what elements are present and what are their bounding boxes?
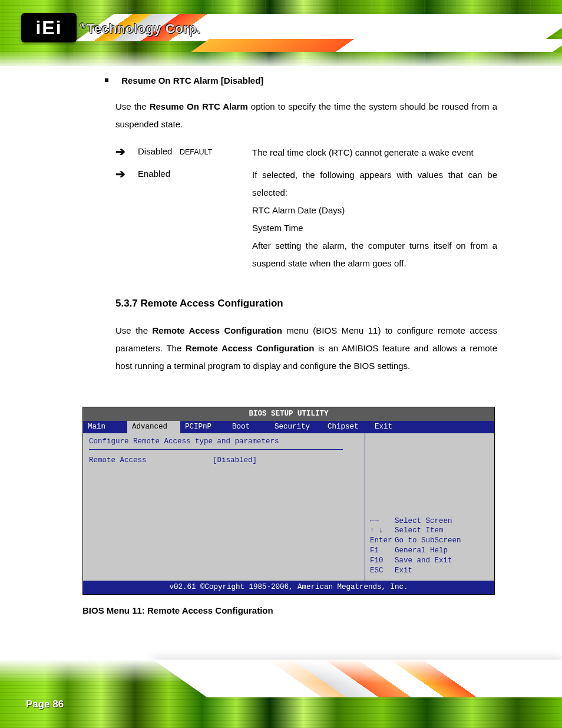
bios-help-desc: Select Item [395, 526, 490, 536]
bios-help-row: ↑ ↓Select Item [370, 526, 490, 536]
bios-title-bar: BIOS SETUP UTILITY [83, 407, 494, 421]
page-content: Resume On RTC Alarm [Disabled] Use the R… [0, 66, 562, 375]
header-banner: iEi ®Technology Corp. [0, 0, 562, 66]
brand-tagline-text: Technology Corp. [87, 21, 200, 36]
bios-help-row: F1General Help [370, 546, 490, 556]
para-frag: Use the [115, 325, 153, 335]
para-bold: Remote Access Configuration [186, 343, 315, 353]
section-paragraph: Use the Remote Access Configuration menu… [115, 322, 497, 375]
header-streak-secondary [191, 39, 562, 52]
option-intro: Use the Resume On RTC Alarm option to sp… [115, 98, 497, 133]
option-heading-text: Resume On RTC Alarm [Disabled] [121, 75, 263, 85]
bios-tab-bar: Main Advanced PCIPnP Boot Security Chips… [83, 421, 494, 433]
bios-help-key: Enter [370, 536, 395, 546]
footer-banner: Page 86 [0, 660, 562, 728]
bios-help-row: F10Save and Exit [370, 556, 490, 566]
option-value-disabled: ➔ Disabled DEFAULT The real time clock (… [115, 144, 497, 162]
bios-help-desc: Save and Exit [395, 556, 490, 566]
trademark-symbol: ® [80, 22, 85, 30]
option-label: Enabled [130, 166, 252, 182]
brand-tagline: ®Technology Corp. [80, 21, 201, 37]
bios-pane-heading: Configure Remote Access type and paramet… [89, 437, 359, 447]
option-description: If selected, the following appears with … [252, 166, 497, 272]
brand-logo-text: iEi [35, 18, 62, 37]
bios-setting-value: [Disabled] [213, 456, 359, 466]
para-frag: menu ( [282, 325, 316, 335]
option-value-enabled: ➔ Enabled If selected, the following app… [115, 166, 497, 272]
bios-help-row: ←→Select Screen [370, 516, 490, 526]
bios-right-pane: ←→Select Screen ↑ ↓Select Item EnterGo t… [365, 433, 494, 581]
bios-divider [89, 449, 343, 450]
option-label-text: Disabled [138, 146, 172, 156]
bios-tab-chipset[interactable]: Chipset [323, 421, 370, 433]
footer-fade [0, 660, 562, 683]
option-desc-line: System Time [252, 219, 497, 237]
bios-tab-boot[interactable]: Boot [227, 421, 270, 433]
bios-help-key: F10 [370, 556, 395, 566]
bios-figure-caption: BIOS Menu 11: Remote Access Configuratio… [82, 605, 495, 615]
option-desc-line: RTC Alarm Date (Days) [252, 202, 497, 219]
bios-tab-main[interactable]: Main [83, 421, 127, 433]
arrow-right-icon: ➔ [115, 166, 130, 182]
bios-help-desc: Exit [395, 566, 490, 576]
option-desc-line: If selected, the following appears with … [252, 166, 497, 202]
option-default-tag: DEFAULT [180, 148, 212, 156]
arrow-right-icon: ➔ [115, 144, 130, 159]
para-ref: BIOS Menu 11 [316, 325, 378, 335]
option-heading: Resume On RTC Alarm [Disabled] [105, 72, 487, 90]
bios-setting-key: Remote Access [89, 456, 213, 466]
bios-footer: v02.61 ©Copyright 1985-2006, American Me… [83, 581, 494, 594]
option-label-text: Enabled [138, 169, 170, 179]
intro-bold: Resume On RTC Alarm [150, 101, 248, 111]
bios-help-desc: Go to SubScreen [395, 536, 490, 546]
bios-tab-pcipnp[interactable]: PCIPnP [180, 421, 227, 433]
option-label: Disabled DEFAULT [130, 144, 252, 159]
bios-help-key: ←→ [370, 516, 395, 526]
bios-window: BIOS SETUP UTILITY Main Advanced PCIPnP … [82, 407, 495, 595]
bios-help-desc: Select Screen [395, 516, 490, 526]
page-number: Page 86 [26, 699, 64, 710]
section-heading: 5.3.7 Remote Access Configuration [115, 294, 497, 314]
option-values: ➔ Disabled DEFAULT The real time clock (… [115, 144, 497, 272]
bullet-icon [105, 78, 108, 82]
bios-tab-exit[interactable]: Exit [370, 421, 405, 433]
bios-key-help: ←→Select Screen ↑ ↓Select Item EnterGo t… [370, 516, 490, 576]
bios-help-key: ↑ ↓ [370, 526, 395, 536]
option-desc-line: After setting the alarm, the computer tu… [252, 237, 497, 272]
bios-help-row: EnterGo to SubScreen [370, 536, 490, 546]
bios-help-desc: General Help [395, 546, 490, 556]
bios-help-key: F1 [370, 546, 395, 556]
bios-help-key: ESC [370, 566, 395, 576]
intro-pre: Use the [115, 101, 150, 111]
para-bold: Remote Access Configuration [153, 325, 282, 335]
brand-logo: iEi [21, 13, 77, 42]
bios-left-pane: Configure Remote Access type and paramet… [83, 433, 365, 581]
bios-menu-figure: BIOS SETUP UTILITY Main Advanced PCIPnP … [82, 407, 495, 615]
bios-tab-advanced[interactable]: Advanced [127, 421, 180, 433]
option-description: The real time clock (RTC) cannot generat… [252, 144, 497, 162]
bios-help-row: ESCExit [370, 566, 490, 576]
bios-setting-row[interactable]: Remote Access [Disabled] [89, 456, 359, 466]
bios-body: Configure Remote Access type and paramet… [83, 433, 494, 581]
bios-tab-security[interactable]: Security [270, 421, 323, 433]
